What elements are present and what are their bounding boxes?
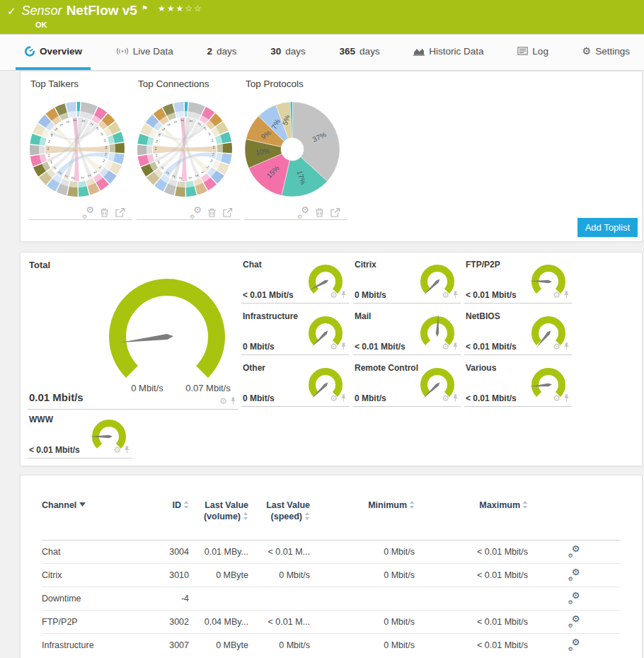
gears-icon[interactable]: ⚙⚙ [568,617,580,627]
cell-minimum: 0 Mbit/s [310,610,415,633]
external-link-icon[interactable] [222,207,233,218]
gauge-tile-total: Total 0 Mbit/s 0.07 Mbit/s 0.01 Mbit/s ⚙ [28,260,238,410]
gear-icon[interactable]: ⚙ [553,290,560,300]
pin-icon[interactable] [123,445,131,454]
tab-historic-data[interactable]: Historic Data [405,35,492,70]
gear-icon[interactable]: ⚙ [553,393,560,403]
pin-icon[interactable] [452,393,459,403]
svg-text:2: 2 [103,138,107,143]
gear-icon[interactable]: ⚙ [553,342,560,352]
gauge-name: Infrastructure [243,311,298,321]
external-link-icon[interactable] [115,207,125,218]
trash-icon[interactable] [314,207,325,218]
toplist-title: Top Protocols [243,79,350,96]
gauge-name: Citrix [355,260,376,270]
gauge-actions: ⚙ [328,340,347,352]
toplists-panel: Top Talkers5222222222222222222262222 ⚙⚙T… [20,71,643,242]
gear-icon[interactable]: ⚙ [330,393,338,403]
pin-icon[interactable] [563,342,570,351]
sort-icon[interactable] [304,512,310,520]
pin-icon[interactable] [340,290,347,299]
pin-icon[interactable] [452,290,459,299]
pin-icon[interactable] [340,342,347,351]
gauge-actions: ⚙ [328,391,347,404]
external-link-icon[interactable] [330,207,340,218]
svg-text:2: 2 [47,146,49,151]
gears-icon[interactable]: ⚙⚙ [568,594,580,604]
sort-icon[interactable] [183,501,189,509]
tab-label: Overview [40,46,82,57]
tab-2-days[interactable]: 2days [199,35,246,70]
gears-icon[interactable]: ⚙⚙ [568,547,580,557]
gears-icon[interactable]: ⚙⚙ [190,208,202,218]
tab-overview[interactable]: Overview [16,35,91,70]
column-header-minimum[interactable]: Minimum [310,500,415,540]
gear-icon[interactable]: ⚙ [330,342,338,352]
gauge-tile-chat: Chat < 0.01 Mbit/s ⚙ [241,260,349,304]
sensor-header: ✓ Sensor NetFlow v5 ⚑ ★★★☆☆ OK [0,0,644,34]
toplist-title: Top Connections [135,79,243,96]
table-row: Downtime -4 ⚙⚙ [42,587,620,610]
column-header-id[interactable]: ID [148,500,189,540]
status-badge: OK [35,21,637,29]
tab-live-data[interactable]: Live Data [108,35,182,70]
cell-last-speed: 0 Mbit/s [248,633,310,657]
donut-chart[interactable]: 37%17%15%10%9%7%5% [243,96,342,203]
sort-icon[interactable] [522,501,528,509]
svg-text:2: 2 [102,158,105,163]
gears-icon[interactable]: ⚙⚙ [82,208,94,218]
gears-icon[interactable]: ⚙⚙ [297,208,309,218]
column-header-actions[interactable] [528,500,620,540]
tab-30-days[interactable]: 30days [262,35,314,70]
svg-text:2: 2 [178,177,183,180]
pin-icon[interactable] [229,396,237,405]
trash-icon[interactable] [99,207,110,218]
gauge-actions: ⚙ [551,391,570,404]
gear-icon[interactable]: ⚙ [330,290,338,300]
add-toplist-button[interactable]: Add Toplist [577,218,638,237]
gauge-scale-min: 0 Mbit/s [131,383,163,393]
gear-icon[interactable]: ⚙ [219,396,227,406]
gauge-name: FTP/P2P [466,260,500,270]
chord-chart[interactable]: 5222222222222222222262222 [28,96,127,203]
gears-icon[interactable]: ⚙⚙ [568,640,580,650]
svg-text:2: 2 [209,158,213,163]
column-header-channel[interactable]: Channel [42,500,148,540]
toplist-tile-top-talkers: Top Talkers5222222222222222222262222 ⚙⚙ [28,79,135,220]
column-header-last-value-speed-[interactable]: Last Value(speed) [248,500,310,540]
pin-icon[interactable] [340,393,347,403]
gear-icon[interactable]: ⚙ [442,342,449,352]
chord-chart[interactable]: 5222222222222222222262222 [135,96,234,203]
svg-text:2: 2 [93,170,98,174]
gauge-tile-netbios: NetBIOS < 0.01 Mbit/s ⚙ [464,311,572,355]
column-header-last-value-volume-[interactable]: Last Value(volume) [189,500,248,540]
sort-icon[interactable] [243,512,248,520]
pin-icon[interactable] [563,290,570,299]
cell-maximum: < 0.01 Mbit/s [415,610,528,633]
trash-icon[interactable] [207,207,217,218]
pin-icon[interactable] [452,342,459,351]
gauge-tile-mail: Mail < 0.01 Mbit/s ⚙ [353,311,461,355]
gear-icon[interactable]: ⚙ [442,393,449,403]
tab-settings[interactable]: ⚙Settings [574,35,638,70]
pin-icon[interactable] [563,393,570,403]
gauge-tile-remote-control: Remote Control 0 Mbit/s ⚙ [353,363,461,407]
tab-label: Live Data [133,46,173,57]
sort-icon[interactable] [409,501,415,509]
tab-365-days[interactable]: 365days [331,35,389,70]
gear-icon[interactable]: ⚙ [113,445,121,455]
gears-icon[interactable]: ⚙⚙ [568,570,580,580]
svg-text:2: 2 [105,145,107,149]
column-header-maximum[interactable]: Maximum [415,500,528,540]
gauge-name: NetBIOS [466,311,500,321]
flag-icon[interactable]: ⚑ [142,4,148,12]
tab-log[interactable]: Log [509,35,557,70]
log-icon [517,47,528,55]
cell-last-speed: 0 Mbit/s [248,563,310,587]
rating-stars[interactable]: ★★★☆☆ [158,4,203,13]
cell-last-speed: < 0.01 M... [248,610,310,633]
gear-icon[interactable]: ⚙ [442,290,449,300]
svg-text:2: 2 [207,132,212,137]
tab-label: Settings [595,46,630,57]
cell-id: 3007 [148,633,189,657]
